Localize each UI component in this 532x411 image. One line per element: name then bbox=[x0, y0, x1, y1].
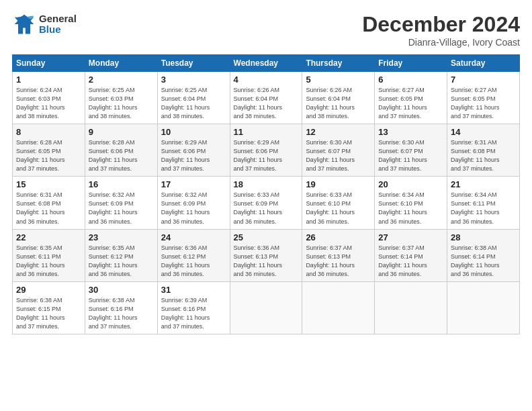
day-info: Sunrise: 6:35 AM Sunset: 6:12 PM Dayligh… bbox=[89, 244, 154, 279]
calendar-cell: 18Sunrise: 6:33 AM Sunset: 6:09 PM Dayli… bbox=[230, 177, 302, 229]
day-info: Sunrise: 6:28 AM Sunset: 6:06 PM Dayligh… bbox=[89, 138, 154, 173]
day-number: 17 bbox=[161, 179, 226, 189]
title-block: December 2024 Dianra-Village, Ivory Coas… bbox=[362, 12, 520, 48]
calendar-cell: 3Sunrise: 6:25 AM Sunset: 6:04 PM Daylig… bbox=[157, 72, 230, 124]
day-info: Sunrise: 6:37 AM Sunset: 6:14 PM Dayligh… bbox=[378, 244, 443, 279]
calendar-header-row: Sunday Monday Tuesday Wednesday Thursday… bbox=[13, 55, 520, 72]
day-number: 9 bbox=[89, 127, 154, 137]
calendar-cell: 14Sunrise: 6:31 AM Sunset: 6:08 PM Dayli… bbox=[447, 124, 520, 177]
day-number: 18 bbox=[234, 179, 299, 189]
day-info: Sunrise: 6:27 AM Sunset: 6:05 PM Dayligh… bbox=[378, 86, 443, 121]
page: General Blue December 2024 Dianra-Villag… bbox=[0, 0, 532, 411]
calendar-cell bbox=[302, 281, 375, 334]
day-info: Sunrise: 6:34 AM Sunset: 6:10 PM Dayligh… bbox=[378, 191, 443, 226]
day-number: 5 bbox=[306, 75, 371, 85]
logo: General Blue bbox=[12, 12, 77, 36]
day-info: Sunrise: 6:33 AM Sunset: 6:10 PM Dayligh… bbox=[306, 191, 371, 226]
calendar-cell: 4Sunrise: 6:26 AM Sunset: 6:04 PM Daylig… bbox=[230, 72, 302, 124]
calendar-location: Dianra-Village, Ivory Coast bbox=[362, 37, 520, 48]
calendar-cell: 10Sunrise: 6:29 AM Sunset: 6:06 PM Dayli… bbox=[157, 124, 230, 177]
calendar-cell: 21Sunrise: 6:34 AM Sunset: 6:11 PM Dayli… bbox=[447, 177, 520, 229]
calendar-cell: 24Sunrise: 6:36 AM Sunset: 6:12 PM Dayli… bbox=[157, 229, 230, 281]
col-sunday: Sunday bbox=[13, 55, 85, 72]
day-number: 16 bbox=[89, 179, 154, 189]
day-info: Sunrise: 6:38 AM Sunset: 6:15 PM Dayligh… bbox=[16, 296, 81, 331]
day-number: 31 bbox=[161, 285, 226, 295]
day-number: 30 bbox=[89, 285, 154, 295]
day-info: Sunrise: 6:29 AM Sunset: 6:06 PM Dayligh… bbox=[234, 138, 299, 173]
day-number: 12 bbox=[306, 127, 371, 137]
calendar-cell: 19Sunrise: 6:33 AM Sunset: 6:10 PM Dayli… bbox=[302, 177, 375, 229]
day-number: 3 bbox=[161, 75, 226, 85]
calendar-cell: 12Sunrise: 6:30 AM Sunset: 6:07 PM Dayli… bbox=[302, 124, 375, 177]
day-number: 24 bbox=[161, 232, 226, 242]
calendar-cell: 15Sunrise: 6:31 AM Sunset: 6:08 PM Dayli… bbox=[13, 177, 85, 229]
day-info: Sunrise: 6:25 AM Sunset: 6:04 PM Dayligh… bbox=[161, 86, 226, 121]
day-info: Sunrise: 6:24 AM Sunset: 6:03 PM Dayligh… bbox=[16, 86, 81, 121]
calendar-week-4: 22Sunrise: 6:35 AM Sunset: 6:11 PM Dayli… bbox=[13, 229, 520, 281]
day-number: 10 bbox=[161, 127, 226, 137]
calendar-cell: 5Sunrise: 6:26 AM Sunset: 6:04 PM Daylig… bbox=[302, 72, 375, 124]
logo-text: General Blue bbox=[39, 13, 77, 36]
calendar-week-1: 1Sunrise: 6:24 AM Sunset: 6:03 PM Daylig… bbox=[13, 72, 520, 124]
calendar-cell: 31Sunrise: 6:39 AM Sunset: 6:16 PM Dayli… bbox=[157, 281, 230, 334]
day-number: 13 bbox=[378, 127, 443, 137]
day-number: 26 bbox=[306, 232, 371, 242]
calendar-cell: 28Sunrise: 6:38 AM Sunset: 6:14 PM Dayli… bbox=[447, 229, 520, 281]
calendar-cell bbox=[447, 281, 520, 334]
calendar-cell: 20Sunrise: 6:34 AM Sunset: 6:10 PM Dayli… bbox=[375, 177, 447, 229]
day-number: 29 bbox=[16, 285, 81, 295]
day-number: 25 bbox=[234, 232, 299, 242]
calendar-cell: 6Sunrise: 6:27 AM Sunset: 6:05 PM Daylig… bbox=[375, 72, 447, 124]
day-number: 2 bbox=[89, 75, 154, 85]
day-number: 4 bbox=[234, 75, 299, 85]
day-number: 15 bbox=[16, 179, 81, 189]
calendar-cell: 25Sunrise: 6:36 AM Sunset: 6:13 PM Dayli… bbox=[230, 229, 302, 281]
day-info: Sunrise: 6:32 AM Sunset: 6:09 PM Dayligh… bbox=[89, 191, 154, 226]
col-tuesday: Tuesday bbox=[157, 55, 230, 72]
day-info: Sunrise: 6:32 AM Sunset: 6:09 PM Dayligh… bbox=[161, 191, 226, 226]
day-info: Sunrise: 6:36 AM Sunset: 6:13 PM Dayligh… bbox=[234, 244, 299, 279]
calendar-cell: 7Sunrise: 6:27 AM Sunset: 6:05 PM Daylig… bbox=[447, 72, 520, 124]
day-info: Sunrise: 6:38 AM Sunset: 6:14 PM Dayligh… bbox=[451, 244, 516, 279]
calendar-cell: 16Sunrise: 6:32 AM Sunset: 6:09 PM Dayli… bbox=[85, 177, 157, 229]
col-saturday: Saturday bbox=[447, 55, 520, 72]
day-number: 6 bbox=[378, 75, 443, 85]
calendar-cell bbox=[230, 281, 302, 334]
day-info: Sunrise: 6:39 AM Sunset: 6:16 PM Dayligh… bbox=[161, 296, 226, 331]
day-info: Sunrise: 6:30 AM Sunset: 6:07 PM Dayligh… bbox=[378, 138, 443, 173]
calendar-cell: 8Sunrise: 6:28 AM Sunset: 6:05 PM Daylig… bbox=[13, 124, 85, 177]
calendar-cell bbox=[375, 281, 447, 334]
day-info: Sunrise: 6:26 AM Sunset: 6:04 PM Dayligh… bbox=[234, 86, 299, 121]
day-number: 8 bbox=[16, 127, 81, 137]
calendar-table: Sunday Monday Tuesday Wednesday Thursday… bbox=[12, 54, 520, 334]
calendar-cell: 2Sunrise: 6:25 AM Sunset: 6:03 PM Daylig… bbox=[85, 72, 157, 124]
col-thursday: Thursday bbox=[302, 55, 375, 72]
day-info: Sunrise: 6:26 AM Sunset: 6:04 PM Dayligh… bbox=[306, 86, 371, 121]
day-number: 28 bbox=[451, 232, 516, 242]
day-info: Sunrise: 6:28 AM Sunset: 6:05 PM Dayligh… bbox=[16, 138, 81, 173]
calendar-cell: 17Sunrise: 6:32 AM Sunset: 6:09 PM Dayli… bbox=[157, 177, 230, 229]
day-info: Sunrise: 6:38 AM Sunset: 6:16 PM Dayligh… bbox=[89, 296, 154, 331]
col-wednesday: Wednesday bbox=[230, 55, 302, 72]
day-number: 1 bbox=[16, 75, 81, 85]
logo-general-text: General bbox=[39, 13, 77, 25]
day-number: 20 bbox=[378, 179, 443, 189]
day-number: 22 bbox=[16, 232, 81, 242]
day-info: Sunrise: 6:36 AM Sunset: 6:12 PM Dayligh… bbox=[161, 244, 226, 279]
calendar-cell: 29Sunrise: 6:38 AM Sunset: 6:15 PM Dayli… bbox=[13, 281, 85, 334]
day-info: Sunrise: 6:37 AM Sunset: 6:13 PM Dayligh… bbox=[306, 244, 371, 279]
calendar-cell: 30Sunrise: 6:38 AM Sunset: 6:16 PM Dayli… bbox=[85, 281, 157, 334]
col-friday: Friday bbox=[375, 55, 447, 72]
day-number: 23 bbox=[89, 232, 154, 242]
logo-icon bbox=[12, 12, 36, 36]
day-number: 7 bbox=[451, 75, 516, 85]
day-info: Sunrise: 6:31 AM Sunset: 6:08 PM Dayligh… bbox=[451, 138, 516, 173]
day-number: 21 bbox=[451, 179, 516, 189]
logo-blue-text: Blue bbox=[39, 24, 77, 36]
calendar-cell: 26Sunrise: 6:37 AM Sunset: 6:13 PM Dayli… bbox=[302, 229, 375, 281]
calendar-title: December 2024 bbox=[362, 12, 520, 37]
day-number: 27 bbox=[378, 232, 443, 242]
calendar-cell: 23Sunrise: 6:35 AM Sunset: 6:12 PM Dayli… bbox=[85, 229, 157, 281]
day-number: 19 bbox=[306, 179, 371, 189]
